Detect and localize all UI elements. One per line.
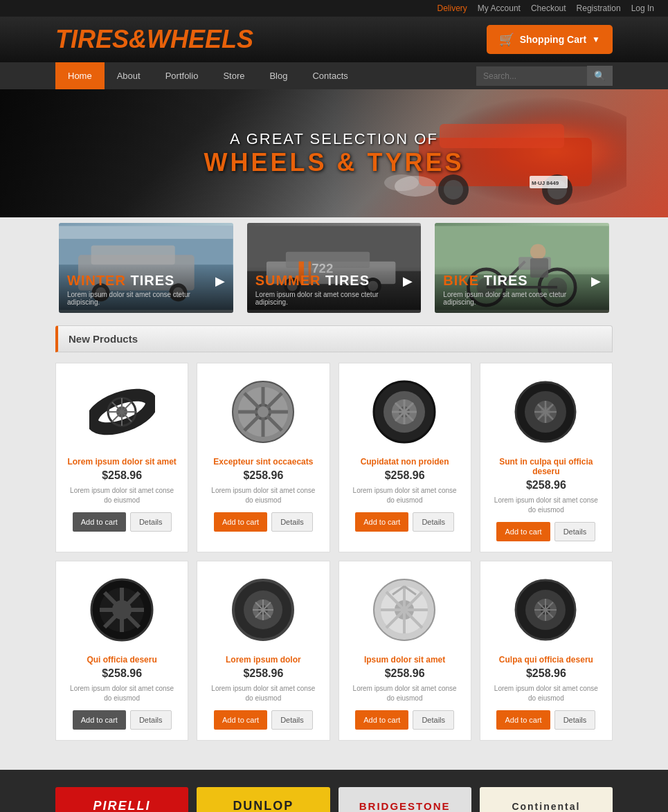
nav-item-contacts[interactable]: Contacts xyxy=(300,62,360,89)
cart-label: Shopping Cart xyxy=(520,34,586,45)
tire-svg-6 xyxy=(231,577,296,643)
product-name-7: Ipsum dolor sit amet xyxy=(350,655,460,665)
product-actions-6: Add to cart Details xyxy=(208,710,318,730)
details-7[interactable]: Details xyxy=(413,710,454,730)
details-1[interactable]: Details xyxy=(130,512,172,532)
svg-rect-14 xyxy=(91,245,175,264)
add-to-cart-5[interactable]: Add to cart xyxy=(73,710,126,730)
details-4[interactable]: Details xyxy=(554,522,596,541)
add-to-cart-2[interactable]: Add to cart xyxy=(214,512,267,532)
details-3[interactable]: Details xyxy=(413,512,454,532)
product-image-5 xyxy=(66,572,177,648)
product-name-4: Sunt in culpa qui officia deseru xyxy=(491,457,602,476)
bike-desc: Lorem ipsum dolor sit amet conse ctetur … xyxy=(443,291,601,306)
svg-point-56 xyxy=(258,406,269,417)
product-desc-3: Lorem ipsum dolor sit amet conse do eius… xyxy=(350,486,460,505)
product-desc-8: Lorem ipsum dolor sit amet conse do eius… xyxy=(491,684,602,703)
details-2[interactable]: Details xyxy=(271,512,313,532)
products-section: New Products Lorem ipsum dolor sit amet … xyxy=(0,318,668,770)
add-to-cart-7[interactable]: Add to cart xyxy=(355,710,408,730)
product-card-3: Cupidatat non proiden $258.96 Lorem ipsu… xyxy=(338,363,471,552)
category-winter[interactable]: WINTER TIRES Lorem ipsum dolor sit amet … xyxy=(59,223,233,313)
add-to-cart-3[interactable]: Add to cart xyxy=(355,512,408,532)
product-desc-4: Lorem ipsum dolor sit amet conse do eius… xyxy=(491,496,602,515)
cart-button[interactable]: 🛒 Shopping Cart ▼ xyxy=(487,25,613,54)
product-price-8: $258.96 xyxy=(491,667,602,680)
nav-item-blog[interactable]: Blog xyxy=(257,62,300,89)
login-link[interactable]: Log In xyxy=(631,3,654,13)
product-price-3: $258.96 xyxy=(350,469,460,482)
hero-subtitle: A GREAT SELECTION OF xyxy=(204,130,464,148)
product-card-1: Lorem ipsum dolor sit amet $258.96 Lorem… xyxy=(55,363,188,552)
category-summer-overlay: SUMMER TIRES Lorem ipsum dolor sit amet … xyxy=(247,266,422,313)
nav-item-portfolio[interactable]: Portfolio xyxy=(153,62,211,89)
bike-title: BIKE TIRES xyxy=(443,273,601,289)
category-bike[interactable]: BIKE TIRES Lorem ipsum dolor sit amet co… xyxy=(435,223,609,313)
summer-title: SUMMER TIRES xyxy=(255,273,413,289)
category-bike-overlay: BIKE TIRES Lorem ipsum dolor sit amet co… xyxy=(435,266,609,313)
my-account-link[interactable]: My Account xyxy=(478,3,521,13)
product-price-1: $258.96 xyxy=(66,469,177,482)
tire-svg-1 xyxy=(89,379,155,445)
product-price-5: $258.96 xyxy=(66,667,177,680)
brand-dunlop[interactable]: DUNLOP xyxy=(197,787,330,812)
product-actions-5: Add to cart Details xyxy=(66,710,177,730)
search-input[interactable] xyxy=(476,66,587,86)
product-name-5: Qui officia deseru xyxy=(66,655,177,665)
product-name-8: Culpa qui officia deseru xyxy=(491,655,602,665)
registration-link[interactable]: Registration xyxy=(577,3,621,13)
brand-continental[interactable]: Continental xyxy=(480,787,613,812)
product-price-2: $258.96 xyxy=(208,469,318,482)
brand-pirelli[interactable]: PIRELLI xyxy=(55,787,188,812)
hero-title: WHEELS & TYRES xyxy=(204,148,464,177)
checkout-link[interactable]: Checkout xyxy=(531,3,566,13)
category-summer[interactable]: 722 SUMMER TIRES Lorem ipsum dolor sit a… xyxy=(247,223,422,313)
product-desc-7: Lorem ipsum dolor sit amet conse do eius… xyxy=(350,684,460,703)
add-to-cart-6[interactable]: Add to cart xyxy=(214,710,267,730)
product-desc-5: Lorem ipsum dolor sit amet conse do eius… xyxy=(66,684,177,703)
nav-item-home[interactable]: Home xyxy=(55,62,105,89)
product-image-8 xyxy=(491,572,602,648)
dark-wheel-svg-5 xyxy=(89,577,155,643)
svg-rect-19 xyxy=(59,226,233,239)
brands-section: PIRELLI DUNLOP BRIDGESTONE Continental G… xyxy=(0,770,668,812)
wheel-svg-2 xyxy=(231,379,296,445)
product-actions-1: Add to cart Details xyxy=(66,512,177,532)
svg-text:M·UJ 8449: M·UJ 8449 xyxy=(532,180,559,186)
details-5[interactable]: Details xyxy=(130,710,172,730)
logo-and: & xyxy=(129,25,147,53)
add-to-cart-8[interactable]: Add to cart xyxy=(496,710,550,730)
add-to-cart-1[interactable]: Add to cart xyxy=(73,512,126,532)
add-to-cart-4[interactable]: Add to cart xyxy=(496,522,550,541)
bike-arrow-icon: ▶ xyxy=(591,273,601,289)
product-image-2 xyxy=(208,374,318,450)
svg-point-40 xyxy=(530,244,545,260)
logo-tires: TIRES xyxy=(55,25,129,53)
product-image-1 xyxy=(66,374,177,450)
product-card-5: Qui officia deseru $258.96 Lorem ipsum d… xyxy=(55,561,188,741)
product-desc-2: Lorem ipsum dolor sit amet conse do eius… xyxy=(208,486,318,505)
svg-point-10 xyxy=(384,174,419,191)
delivery-link[interactable]: Delivery xyxy=(437,3,467,13)
nav-item-store[interactable]: Store xyxy=(210,62,257,89)
product-image-4 xyxy=(491,374,602,450)
product-card-2: Excepteur sint occaecats $258.96 Lorem i… xyxy=(197,363,330,552)
product-image-7 xyxy=(350,572,460,648)
nav-search: 🔍 xyxy=(476,66,613,86)
product-price-7: $258.96 xyxy=(350,667,460,680)
details-8[interactable]: Details xyxy=(554,710,596,730)
details-6[interactable]: Details xyxy=(271,710,313,730)
tire-svg-4 xyxy=(513,379,579,445)
top-bar: Delivery My Account Checkout Registratio… xyxy=(0,0,668,17)
product-actions-8: Add to cart Details xyxy=(491,710,602,730)
cart-arrow-icon: ▼ xyxy=(592,35,600,44)
product-name-1: Lorem ipsum dolor sit amet xyxy=(66,457,177,467)
search-button[interactable]: 🔍 xyxy=(587,66,613,86)
winter-title: WINTER TIRES xyxy=(67,273,225,289)
tire-svg-3 xyxy=(372,379,437,445)
brand-bridgestone[interactable]: BRIDGESTONE xyxy=(338,787,471,812)
product-image-6 xyxy=(208,572,318,648)
product-card-6: Lorem ipsum dolor $258.96 Lorem ipsum do… xyxy=(197,561,330,741)
category-tiles: WINTER TIRES Lorem ipsum dolor sit amet … xyxy=(0,217,668,318)
nav-item-about[interactable]: About xyxy=(105,62,153,89)
